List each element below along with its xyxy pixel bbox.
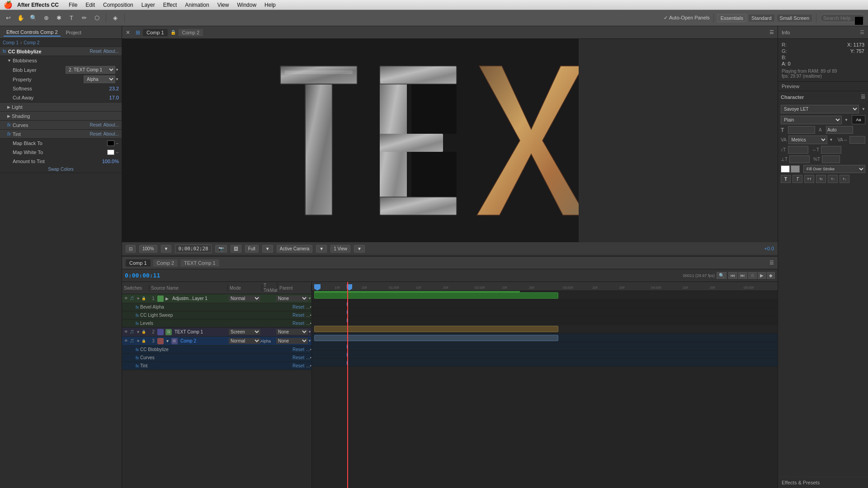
layer-1-lock[interactable]: 🔒	[141, 296, 146, 301]
kerning-arrow[interactable]: ▼	[829, 138, 833, 142]
quality-btn[interactable]: Full	[245, 245, 259, 253]
layer-3-parent-arrow[interactable]: ▼	[308, 339, 311, 343]
toolbar-btn-2[interactable]: ✋	[15, 13, 26, 23]
cut-away-value[interactable]: 17.0	[109, 95, 119, 100]
swap-colors-btn[interactable]: Swap Colors	[0, 166, 122, 173]
tl-btn-next-keyframe[interactable]: ⏭	[738, 272, 747, 279]
tl-tab-comp2[interactable]: Comp 2	[153, 259, 178, 267]
font-style-select[interactable]: Plain	[781, 116, 842, 124]
apple-menu[interactable]: 🍎	[4, 0, 13, 9]
softness-value[interactable]: 23.2	[109, 86, 119, 91]
layer-1-mode-select[interactable]: Normal	[229, 296, 260, 301]
comp2-breadcrumb[interactable]: Comp 2	[24, 40, 39, 45]
tl-btn-render[interactable]: ▶	[758, 272, 766, 279]
layer-1-parent-arrow[interactable]: ▼	[308, 296, 311, 300]
blob-layer-select[interactable]: 2. TEXT Comp 1	[66, 66, 115, 74]
curves-about[interactable]: About...	[104, 122, 119, 127]
playhead-marker[interactable]	[347, 284, 352, 291]
track-row-3-sub-2[interactable]	[312, 351, 778, 359]
baseline-input[interactable]: 0 px	[789, 155, 810, 163]
camera-btn[interactable]: Active Camera	[277, 245, 313, 253]
property-select[interactable]: Alpha	[84, 75, 115, 83]
property-dropdown-arrow[interactable]: ▼	[115, 77, 119, 81]
work-area-bar[interactable]	[314, 291, 520, 293]
essentials-btn[interactable]: Essentials	[717, 14, 746, 22]
font-name-arrow[interactable]: ▼	[862, 107, 865, 111]
italic-btn[interactable]: T	[793, 175, 802, 183]
tsume-input[interactable]: 0%	[822, 155, 840, 163]
tint-about[interactable]: About...	[104, 131, 119, 136]
layer-3-color[interactable]	[157, 338, 164, 344]
search-btn[interactable]: 🔍	[717, 272, 726, 279]
layer-2-color[interactable]	[157, 329, 164, 335]
layer-1-audio[interactable]: 🎵	[129, 296, 135, 301]
menu-composition[interactable]: Composition	[99, 1, 137, 9]
auto-open-label[interactable]: ✓ Auto-Open Panels	[664, 15, 709, 21]
snapshot-btn[interactable]: 📷	[215, 245, 227, 253]
menu-help[interactable]: Help	[261, 1, 279, 9]
tl-menu[interactable]: ☰	[769, 260, 774, 266]
work-area-start[interactable]	[314, 284, 321, 291]
white-swatch[interactable]	[107, 150, 114, 155]
character-menu[interactable]: ☰	[861, 94, 865, 100]
curves-reset[interactable]: Reset	[90, 122, 101, 127]
layer-2-mode-select[interactable]: Screen	[229, 329, 260, 335]
tl-btn-prev-keyframe[interactable]: ⏮	[728, 272, 737, 279]
font-name-select[interactable]: Savoye LET	[781, 105, 859, 113]
menu-layer[interactable]: Layer	[138, 1, 159, 9]
menu-file[interactable]: File	[65, 1, 81, 9]
menu-edit[interactable]: Edit	[82, 1, 99, 9]
track-row-1-sub-3[interactable]	[312, 316, 778, 324]
menu-window[interactable]: Window	[233, 1, 260, 9]
sub-btn[interactable]: T↓	[840, 175, 849, 183]
view-btn[interactable]: 1 View	[330, 245, 350, 253]
small-caps-btn[interactable]: Tr	[816, 175, 826, 183]
tab-effect-controls[interactable]: Effect Controls Comp 2	[4, 28, 61, 37]
reset-exposure-btn[interactable]: ⊡	[126, 245, 136, 253]
vscale-input[interactable]: 100 %	[788, 146, 808, 154]
menu-view[interactable]: View	[214, 1, 233, 9]
layer-2-eye[interactable]: 👁	[123, 329, 129, 335]
tl-btn-add-marker[interactable]: ◆	[767, 272, 775, 279]
tl-btn-solo[interactable]: ☆	[748, 272, 757, 279]
bevel-reset[interactable]: Reset	[291, 305, 306, 310]
toolbar-btn-7[interactable]: ✏	[79, 13, 90, 23]
comp-tab-1[interactable]: Comp 1	[143, 29, 168, 36]
amount-value[interactable]: 100.0%	[102, 159, 119, 164]
info-menu[interactable]: ☰	[860, 29, 864, 35]
toolbar-btn-9[interactable]: ◈	[110, 13, 121, 23]
reset-btn[interactable]: Reset	[90, 49, 101, 54]
toolbar-btn-6[interactable]: T	[66, 13, 77, 23]
layer-3-solo[interactable]: ★	[135, 338, 141, 344]
layer-3-mode-select[interactable]: Normal	[229, 338, 260, 344]
track-row-2[interactable]	[312, 324, 778, 333]
fill-swatch[interactable]	[781, 165, 790, 173]
layer-1-parent-select[interactable]: None	[276, 296, 308, 301]
comp1-breadcrumb[interactable]: Comp 1	[3, 40, 19, 45]
toolbar-btn-3[interactable]: 🔍	[28, 13, 39, 23]
camera-dropdown[interactable]: ▼	[316, 245, 327, 253]
light-header[interactable]: ▶ Light	[0, 103, 122, 112]
layer-1-solo[interactable]: ★	[135, 296, 141, 301]
standard-btn[interactable]: Standard	[748, 14, 775, 22]
curves2-reset[interactable]: Reset	[291, 355, 306, 360]
tint-header[interactable]: fx Tint Reset About...	[0, 130, 122, 139]
black-swatch[interactable]	[107, 141, 114, 146]
layer-1-eye[interactable]: 👁	[123, 296, 129, 301]
layer-2-parent-arrow[interactable]: ▼	[308, 330, 311, 334]
map-white-arrow[interactable]: ↔	[115, 150, 119, 155]
toolbar-btn-8[interactable]: ⬡	[91, 13, 102, 23]
layer-3-expand[interactable]: ▼	[165, 339, 170, 343]
close-btn[interactable]: ✕	[126, 29, 130, 36]
tint-reset[interactable]: Reset	[90, 131, 101, 136]
current-timecode[interactable]: 0:00:00:11	[125, 272, 160, 279]
kerning-select[interactable]: Metrics	[788, 136, 828, 144]
layer-1-color[interactable]	[157, 296, 164, 302]
fill-stroke-select[interactable]: Fill Over Stroke	[803, 165, 865, 173]
font-style-arrow[interactable]: ▼	[844, 118, 848, 122]
zoom-level-btn[interactable]: 100%	[139, 245, 157, 253]
font-size-input[interactable]: 70 px	[788, 126, 815, 134]
layer-2-parent-select[interactable]: None	[276, 329, 308, 335]
tab-project[interactable]: Project	[63, 29, 84, 36]
quality-dropdown[interactable]: ▼	[262, 245, 273, 253]
